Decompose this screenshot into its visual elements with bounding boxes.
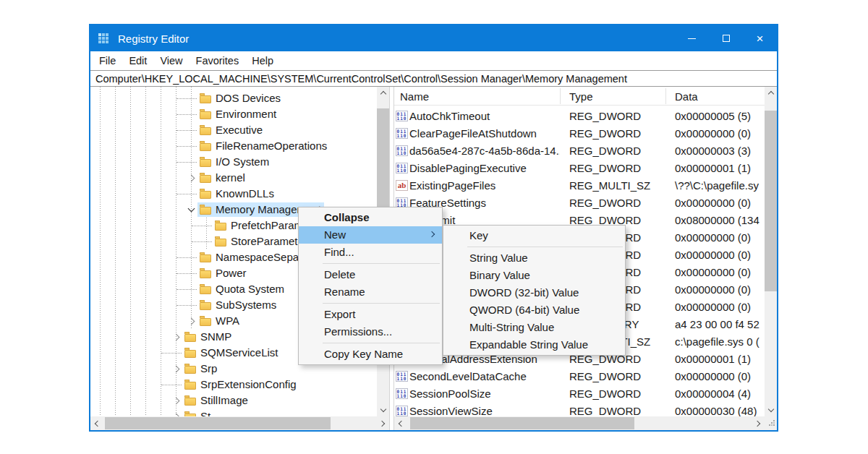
tree-item-environment[interactable]: Environment (90, 106, 378, 122)
value-type: REG_DWORD (569, 197, 641, 209)
tree-item-filerenameoperations[interactable]: FileRenameOperations (90, 138, 378, 154)
submenu-item-key[interactable]: Key (443, 227, 625, 244)
folder-icon (200, 143, 211, 151)
submenu-item-expandable-string-value[interactable]: Expandable String Value (443, 336, 625, 354)
context-menu-separator (323, 343, 440, 343)
context-menu-separator (323, 263, 440, 264)
tree-horizontal-scrollbar[interactable] (90, 416, 389, 430)
registry-editor-icon[interactable] (98, 33, 109, 44)
submenu-item-multi-string-value[interactable]: Multi-String Value (443, 319, 625, 336)
context-menu-item-collapse[interactable]: Collapse (299, 209, 442, 226)
value-data: 0x00000000 (0) (675, 283, 751, 296)
menubar-item-edit[interactable]: Edit (122, 55, 153, 67)
scroll-right-button[interactable] (377, 417, 389, 429)
submenu-item-dword-32-bit-value[interactable]: DWORD (32-bit) Value (443, 284, 625, 301)
submenu-item-binary-value[interactable]: Binary Value (443, 267, 625, 284)
expand-icon[interactable] (169, 362, 182, 375)
tree-item-knowndlls[interactable]: KnownDLLs (90, 186, 378, 202)
value-data: 0x08000000 (134 (675, 214, 760, 226)
tree-item-i-o-system[interactable]: I/O System (90, 154, 378, 170)
scroll-left-button[interactable] (394, 417, 407, 429)
tree-connector (169, 378, 182, 391)
dotted-connector (176, 289, 197, 290)
folder-tab (200, 141, 205, 143)
tree-item-dos-devices[interactable]: DOS Devices (90, 90, 378, 106)
value-row-existingpagefiles[interactable]: abExistingPageFilesREG_MULTI_SZ\??\C:\pa… (394, 177, 777, 194)
scroll-up-button[interactable] (377, 87, 389, 99)
resize-grip[interactable] (768, 420, 775, 427)
tree-node: St (182, 409, 213, 416)
values-vertical-scrollbar[interactable] (765, 87, 777, 416)
screen: Registry Editor × FileEditViewFavoritesH… (0, 0, 868, 454)
value-row-sessionpoolsize[interactable]: 011110SessionPoolSizeREG_DWORD0x00000004… (394, 385, 777, 403)
collapse-icon[interactable] (184, 203, 197, 216)
tree-item-stillimage[interactable]: StillImage (90, 393, 378, 408)
tree-item-srpextensionconfig[interactable]: SrpExtensionConfig (90, 377, 378, 393)
maximize-button[interactable] (709, 25, 743, 51)
folder-icon (200, 286, 211, 294)
value-name: AutoChkTimeout (409, 110, 560, 122)
context-menu-item-delete[interactable]: Delete (299, 266, 442, 283)
scroll-up-button[interactable] (765, 87, 777, 99)
scrollbar-thumb[interactable] (410, 417, 634, 429)
scroll-left-button[interactable] (90, 417, 103, 429)
expand-icon[interactable] (169, 410, 182, 416)
value-row-featuresettings[interactable]: 011110FeatureSettingsREG_DWORD0x00000000… (394, 194, 777, 212)
values-horizontal-scrollbar[interactable] (394, 416, 765, 430)
context-menu-item-new[interactable]: New (299, 226, 442, 244)
value-row-secondleveldatacache[interactable]: 011110SecondLevelDataCacheREG_DWORD0x000… (394, 368, 777, 385)
submenu-item-qword-64-bit-value[interactable]: QWORD (64-bit) Value (443, 301, 625, 319)
column-divider[interactable] (560, 88, 561, 104)
dotted-connector (161, 353, 182, 354)
tree-item-executive[interactable]: Executive (90, 122, 378, 138)
menubar-item-file[interactable]: File (93, 55, 122, 67)
context-menu-item-copy-key-name[interactable]: Copy Key Name (299, 346, 442, 363)
context-menu-item-find[interactable]: Find... (299, 244, 442, 261)
column-header-name[interactable]: Name (400, 90, 429, 103)
value-row-sessionviewsize[interactable]: 011110SessionViewSizeREG_DWORD0x00000030… (394, 403, 777, 416)
tree-item-st[interactable]: St (90, 408, 378, 416)
scroll-down-button[interactable] (377, 404, 389, 416)
column-divider[interactable] (665, 88, 666, 104)
expand-icon[interactable] (184, 314, 197, 327)
scroll-right-button[interactable] (752, 417, 765, 429)
tree-connector (184, 267, 197, 280)
context-menu-item-export[interactable]: Export (299, 306, 442, 323)
dotted-connector (176, 273, 197, 274)
expand-icon[interactable] (169, 394, 182, 407)
tree-connector (184, 299, 197, 312)
column-header-type[interactable]: Type (569, 90, 593, 103)
scroll-down-button[interactable] (765, 404, 777, 416)
menubar-item-view[interactable]: View (153, 55, 189, 67)
value-data: 0x00000005 (5) (675, 110, 751, 122)
minimize-button[interactable] (675, 25, 709, 51)
value-data: 0x00000030 (48) (675, 405, 757, 416)
scrollbar-thumb[interactable] (105, 417, 331, 429)
menubar-item-favorites[interactable]: Favorites (190, 55, 246, 67)
context-menu-item-rename[interactable]: Rename (299, 283, 442, 301)
scrollbar-thumb[interactable] (765, 111, 777, 291)
address-input[interactable] (90, 71, 777, 86)
submenu-item-string-value[interactable]: String Value (443, 249, 625, 267)
value-row-da56a5e4-287c-4a5b-86da-14[interactable]: 011110da56a5e4-287c-4a5b-86da-14...REG_D… (394, 142, 777, 160)
expand-icon[interactable] (184, 171, 197, 184)
close-button[interactable]: × (743, 25, 777, 51)
tree-item-kernel[interactable]: kernel (90, 170, 378, 186)
context-menu-item-permissions[interactable]: Permissions... (299, 323, 442, 340)
tree-item-label: St (200, 410, 210, 416)
folder-tab (215, 236, 220, 239)
column-header-data[interactable]: Data (675, 90, 698, 103)
tree-node: DOS Devices (197, 91, 284, 106)
dword-value-icon: 011110 (396, 111, 408, 121)
tree-item-label: SrpExtensionConfig (200, 378, 297, 390)
folder-icon (184, 398, 196, 406)
expand-icon[interactable] (169, 330, 182, 343)
folder-icon (200, 127, 211, 135)
chevron-down-icon (380, 406, 386, 412)
value-row-disablepagingexecutive[interactable]: 011110DisablePagingExecutiveREG_DWORD0x0… (394, 160, 777, 177)
title-bar[interactable]: Registry Editor × (90, 25, 777, 51)
value-row-clearpagefileatshutdown[interactable]: 011110ClearPageFileAtShutdownREG_DWORD0x… (394, 125, 777, 142)
menubar-item-help[interactable]: Help (245, 55, 280, 67)
context-menu-item-label: Find... (324, 246, 354, 258)
value-row-autochktimeout[interactable]: 011110AutoChkTimeoutREG_DWORD0x00000005 … (394, 108, 777, 125)
